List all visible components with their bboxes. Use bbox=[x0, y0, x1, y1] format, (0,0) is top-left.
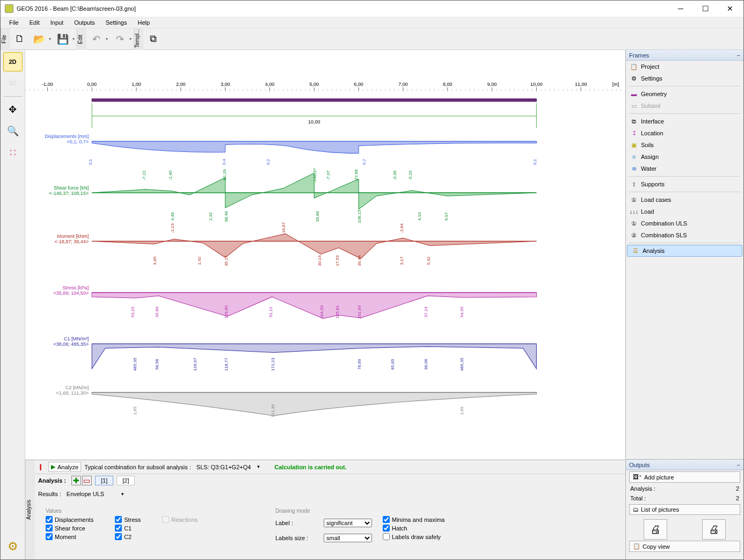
analysis-tab-label[interactable]: Analysis bbox=[25, 460, 35, 559]
frame-item-supports[interactable]: ⟟Supports bbox=[626, 178, 743, 190]
pan-icon[interactable]: ✥ bbox=[3, 100, 23, 119]
svg-text:-146,37: -146,37 bbox=[312, 168, 317, 183]
menu-settings[interactable]: Settings bbox=[100, 18, 133, 27]
svg-text:194,50: 194,50 bbox=[319, 305, 324, 318]
save-file-icon[interactable]: 💾 bbox=[54, 31, 71, 48]
check-displacements[interactable]: Displacements bbox=[46, 516, 93, 523]
checkbox[interactable] bbox=[383, 533, 390, 540]
check-stress[interactable]: Stress bbox=[115, 516, 141, 523]
menu-edit[interactable]: Edit bbox=[24, 18, 45, 27]
close-button[interactable]: ✕ bbox=[718, 1, 742, 17]
menu-input[interactable]: Input bbox=[45, 18, 69, 27]
checkbox[interactable] bbox=[46, 525, 53, 532]
svg-text:<35,89; 194,50>: <35,89; 194,50> bbox=[53, 290, 89, 296]
settings-gear-icon[interactable]: ⚙ bbox=[3, 537, 23, 556]
labels-size-select[interactable]: small bbox=[324, 534, 372, 542]
open-file-icon[interactable]: 📂 bbox=[31, 31, 48, 48]
frame-item-load-cases[interactable]: ①Load cases bbox=[626, 194, 743, 206]
maximize-button[interactable]: ☐ bbox=[693, 1, 718, 17]
results-select[interactable]: Envelope ULS bbox=[64, 490, 117, 498]
frame-item-load[interactable]: ↓↓↓Load bbox=[626, 206, 743, 217]
svg-text:Stress [kPa]: Stress [kPa] bbox=[63, 285, 89, 290]
label-label: Label : bbox=[275, 520, 318, 526]
frames-collapse-icon[interactable]: − bbox=[737, 52, 740, 59]
list-pictures-button[interactable]: 🗂List of pictures bbox=[629, 504, 740, 515]
frame-item-settings[interactable]: ⚙Settings bbox=[626, 72, 743, 84]
svg-text:85,65: 85,65 bbox=[390, 359, 395, 370]
check-hatch[interactable]: Hatch bbox=[383, 525, 444, 532]
checkbox[interactable] bbox=[383, 516, 390, 523]
minimize-button[interactable]: ─ bbox=[668, 1, 693, 17]
check-c1[interactable]: C1 bbox=[115, 525, 141, 532]
svg-text:165,81: 165,81 bbox=[335, 305, 340, 318]
combo-dropdown-icon[interactable]: ▼ bbox=[256, 464, 260, 469]
frame-item-geometry[interactable]: ▬Geometry bbox=[626, 88, 743, 100]
frame-label: Settings bbox=[641, 75, 662, 82]
add-picture-button[interactable]: 🖼⁺Add picture bbox=[629, 471, 740, 483]
fit-view-icon[interactable]: ⛶ bbox=[3, 143, 23, 162]
menu-file[interactable]: File bbox=[4, 18, 24, 27]
frame-icon: ▬ bbox=[630, 90, 638, 98]
frame-item-interface[interactable]: ⧉Interface bbox=[626, 115, 743, 127]
check-shear-force[interactable]: Shear force bbox=[46, 525, 93, 532]
frame-label: Load bbox=[641, 208, 654, 215]
zoom-region-icon[interactable]: 🔍 bbox=[3, 121, 23, 141]
checkbox[interactable] bbox=[115, 525, 122, 532]
frame-item-project[interactable]: 📋Project bbox=[626, 61, 743, 72]
copy-view-button[interactable]: 📋Copy view bbox=[629, 541, 740, 552]
menu-outputs[interactable]: Outputs bbox=[69, 18, 100, 27]
open-dropdown-icon[interactable]: ▾ bbox=[49, 37, 53, 41]
frame-item-water[interactable]: ≋Water bbox=[626, 163, 743, 174]
frame-item-combination-sls[interactable]: ②Combination SLS bbox=[626, 229, 743, 241]
check-labels-draw-safely[interactable]: Labels draw safely bbox=[383, 533, 444, 540]
print-button[interactable]: 🖨 bbox=[644, 519, 667, 540]
check-c2[interactable]: C2 bbox=[115, 533, 141, 540]
frame-label: Project bbox=[641, 63, 659, 70]
combo-value[interactable]: SLS: Q3:G1+G2+Q4 bbox=[194, 464, 253, 470]
combo-label: Typical combination for subsoil analysis… bbox=[84, 464, 191, 470]
print-selection-button[interactable]: 🖨 bbox=[702, 519, 726, 540]
checkbox[interactable] bbox=[383, 525, 390, 532]
template-icon[interactable]: ⧉ bbox=[144, 31, 162, 48]
frame-item-analysis[interactable]: ☰Analysis bbox=[627, 245, 742, 257]
frame-item-assign[interactable]: ≡Assign bbox=[626, 151, 743, 163]
toolbar-tab-templ[interactable]: Templ... bbox=[134, 28, 143, 50]
new-file-icon[interactable]: 🗋 bbox=[11, 31, 28, 48]
label-select[interactable]: significant bbox=[324, 519, 372, 527]
add-analysis-button[interactable]: ✚ bbox=[71, 476, 81, 485]
svg-text:0,7: 0,7 bbox=[362, 158, 367, 165]
toolbar-tab-file[interactable]: File bbox=[1, 28, 10, 50]
frame-item-soils[interactable]: ▣Soils bbox=[626, 139, 743, 151]
frame-item-location[interactable]: ↧Location bbox=[626, 127, 743, 139]
save-dropdown-icon[interactable]: ▾ bbox=[72, 37, 77, 41]
checkbox[interactable] bbox=[46, 516, 53, 523]
values-group-title: Values bbox=[46, 508, 62, 514]
remove-analysis-button[interactable]: ▭ bbox=[82, 476, 92, 485]
toolbar-tab-edit[interactable]: Edit bbox=[77, 28, 86, 50]
analysis-tab-2[interactable]: [2] bbox=[116, 476, 135, 485]
check-minima-and-maxima[interactable]: Minima and maxima bbox=[383, 516, 444, 523]
frame-item-combination-uls[interactable]: ①Combination ULS bbox=[626, 217, 743, 229]
drawing-canvas[interactable]: -1,000,001,002,003,004,005,006,007,008,0… bbox=[25, 50, 625, 460]
analysis-tab-1[interactable]: [1] bbox=[95, 476, 113, 485]
redo-dropdown-icon[interactable]: ▾ bbox=[129, 37, 134, 41]
checkbox[interactable] bbox=[115, 533, 122, 540]
checkbox[interactable] bbox=[46, 533, 53, 540]
list-pictures-icon: 🗂 bbox=[633, 506, 639, 513]
svg-text:Moment [kNm]: Moment [kNm] bbox=[57, 234, 89, 239]
frame-label: Location bbox=[641, 130, 663, 136]
undo-dropdown-icon[interactable]: ▾ bbox=[106, 37, 110, 41]
frame-label: Combination ULS bbox=[641, 220, 687, 227]
results-dropdown-icon[interactable]: ▼ bbox=[120, 492, 125, 497]
svg-text:172,23: 172,23 bbox=[271, 358, 275, 371]
svg-text:10,00: 10,00 bbox=[530, 82, 543, 87]
check-moment[interactable]: Moment bbox=[46, 533, 93, 540]
menu-help[interactable]: Help bbox=[132, 18, 155, 27]
view-2d-button[interactable]: 2D bbox=[3, 52, 23, 71]
checkbox[interactable] bbox=[115, 516, 122, 523]
svg-text:Shear force [kN]: Shear force [kN] bbox=[54, 185, 89, 191]
outputs-collapse-icon[interactable]: − bbox=[737, 462, 740, 468]
svg-text:1,42: 1,42 bbox=[197, 256, 202, 265]
status-message: Calculation is carried out. bbox=[274, 464, 346, 470]
analyze-button[interactable]: ▶Analyze bbox=[48, 462, 81, 472]
